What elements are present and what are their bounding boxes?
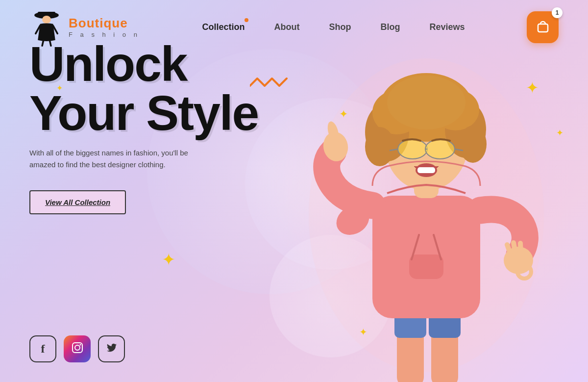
svg-rect-1 (38, 12, 55, 15)
svg-point-10 (79, 344, 81, 345)
hero-model (279, 0, 573, 382)
hero-content: Unlock Your Style With all of the bigges… (29, 39, 258, 214)
hero-title: Unlock Your Style (29, 39, 258, 137)
view-collection-button[interactable]: View All Collection (29, 190, 126, 214)
svg-line-27 (520, 243, 521, 254)
hero-title-line2: Your Style (29, 85, 258, 140)
cart-icon (535, 19, 551, 35)
twitter-button[interactable] (98, 335, 125, 362)
svg-point-36 (365, 127, 394, 166)
nav-blog[interactable]: Blog (380, 22, 400, 32)
main-nav: Collection About Shop Blog Reviews (140, 22, 527, 32)
logo-boutique: Boutique (69, 16, 140, 31)
svg-point-39 (425, 139, 455, 159)
social-icons: f (29, 335, 125, 362)
facebook-icon: f (41, 342, 45, 356)
svg-point-35 (387, 76, 466, 129)
zigzag-decoration (250, 76, 289, 95)
nav-about[interactable]: About (274, 22, 299, 32)
svg-point-37 (459, 126, 487, 163)
deco-star-6: ✦ (359, 326, 368, 338)
nav-reviews[interactable]: Reviews (429, 22, 465, 32)
deco-star-4: ✦ (556, 127, 564, 138)
svg-line-26 (514, 243, 515, 253)
svg-rect-17 (409, 255, 443, 279)
svg-point-9 (75, 345, 80, 350)
nav-shop[interactable]: Shop (329, 22, 351, 32)
logo-text: Boutique F a s h i o n (69, 16, 140, 38)
twitter-icon (106, 342, 118, 357)
instagram-button[interactable] (64, 335, 91, 362)
deco-star-1: ✦ (56, 83, 63, 93)
svg-point-38 (398, 139, 427, 159)
instagram-icon (71, 341, 84, 357)
hero-title-line1: Unlock (29, 36, 187, 91)
nav-collection[interactable]: Collection (202, 22, 245, 32)
deco-star-2: ✦ (339, 108, 348, 121)
deco-star-3: ✦ (526, 78, 539, 97)
model-svg (289, 49, 564, 382)
svg-point-2 (42, 16, 51, 24)
deco-star-5: ✦ (162, 250, 175, 269)
facebook-button[interactable]: f (29, 335, 56, 362)
svg-rect-7 (538, 24, 548, 32)
hero-subtitle: With all of the biggest names in fashion… (29, 147, 216, 171)
svg-rect-44 (417, 167, 435, 173)
svg-line-25 (507, 245, 511, 255)
cart-badge: 1 (552, 7, 563, 18)
cart-button[interactable]: 1 (527, 11, 559, 43)
